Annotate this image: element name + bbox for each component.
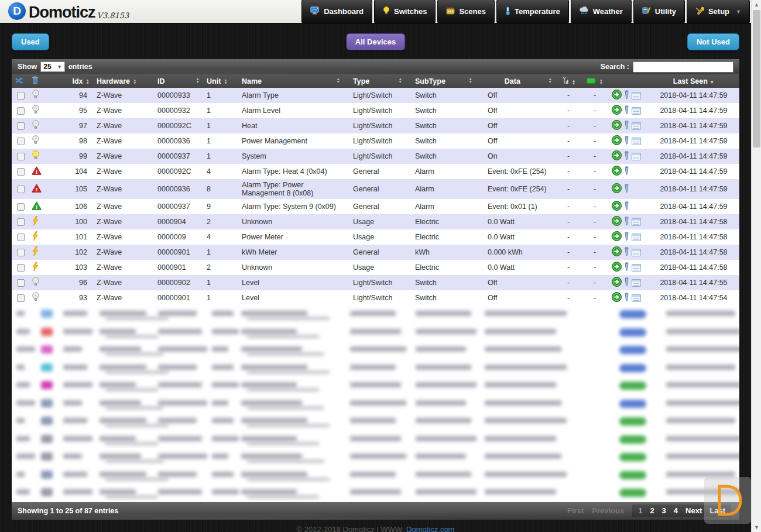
trash-icon[interactable] bbox=[28, 74, 49, 88]
cell-last-seen: 2018-04-11 14:47:58 bbox=[648, 260, 739, 275]
row-checkbox[interactable] bbox=[17, 279, 25, 287]
pagination-first[interactable]: First bbox=[567, 506, 584, 515]
column-header-unit[interactable]: Unit▲▼ bbox=[203, 74, 232, 88]
edit-icon[interactable] bbox=[623, 262, 630, 273]
table-row: 95Z-Wave000009321Alarm LevelLight/Switch… bbox=[12, 103, 739, 118]
forward-icon[interactable] bbox=[612, 120, 622, 132]
column-header-idx[interactable]: Idx▲▼ bbox=[49, 74, 93, 88]
forward-icon[interactable] bbox=[612, 135, 622, 147]
forward-icon[interactable] bbox=[612, 105, 622, 116]
edit-icon[interactable] bbox=[623, 247, 630, 258]
log-icon[interactable] bbox=[632, 279, 641, 287]
row-checkbox[interactable] bbox=[17, 107, 25, 115]
cell-name: Level bbox=[232, 275, 344, 290]
log-icon[interactable] bbox=[632, 234, 641, 241]
edit-icon[interactable] bbox=[623, 201, 630, 212]
edit-icon[interactable] bbox=[623, 232, 630, 243]
row-checkbox[interactable] bbox=[17, 264, 25, 272]
nav-setup[interactable]: Setup▼ bbox=[687, 0, 750, 23]
forward-icon[interactable] bbox=[612, 292, 622, 304]
edit-icon[interactable] bbox=[623, 136, 630, 147]
column-header-subtype[interactable]: SubType▲▼ bbox=[406, 74, 476, 88]
scroll-up-arrow-icon[interactable]: ▲ bbox=[752, 0, 761, 9]
pagination-previous[interactable]: Previous bbox=[592, 506, 624, 515]
pagination-page-4[interactable]: 4 bbox=[674, 506, 678, 515]
row-checkbox[interactable] bbox=[17, 92, 25, 99]
log-icon[interactable] bbox=[632, 107, 641, 115]
edit-icon[interactable] bbox=[623, 277, 630, 289]
column-header-last-seen[interactable]: Last Seen ▼ bbox=[648, 74, 739, 88]
row-checkbox[interactable] bbox=[17, 168, 25, 176]
column-header-battery[interactable]: ▲▼ bbox=[581, 74, 608, 88]
row-select-cell bbox=[12, 199, 28, 214]
cell-actions bbox=[608, 260, 648, 275]
domoticz-site-link[interactable]: Domoticz.com bbox=[406, 525, 454, 532]
edit-icon[interactable] bbox=[623, 151, 630, 162]
swap-icon[interactable] bbox=[12, 74, 28, 88]
column-header-name[interactable]: Name▲▼ bbox=[232, 74, 344, 88]
cell-battery: - bbox=[581, 118, 608, 133]
cell-subtype: Alarm bbox=[406, 179, 476, 199]
edit-icon[interactable] bbox=[623, 121, 630, 132]
row-checkbox[interactable] bbox=[17, 218, 25, 226]
scrollbar-thumb[interactable] bbox=[753, 10, 760, 147]
row-checkbox[interactable] bbox=[17, 203, 25, 211]
forward-icon[interactable] bbox=[612, 277, 622, 289]
edit-icon[interactable] bbox=[623, 293, 630, 304]
forward-icon[interactable] bbox=[612, 231, 622, 243]
nav-utility[interactable]: Utility bbox=[633, 0, 685, 23]
edit-icon[interactable] bbox=[623, 166, 630, 177]
forward-icon[interactable] bbox=[612, 90, 622, 101]
cell-unit: 2 bbox=[203, 214, 232, 229]
log-icon[interactable] bbox=[632, 122, 641, 130]
browser-scrollbar[interactable]: ▲ ▼ bbox=[751, 0, 761, 532]
log-icon[interactable] bbox=[632, 138, 641, 145]
forward-icon[interactable] bbox=[612, 166, 622, 177]
nav-weather[interactable]: Weather bbox=[571, 0, 632, 23]
forward-icon[interactable] bbox=[612, 262, 622, 273]
row-checkbox[interactable] bbox=[17, 294, 25, 302]
all-devices-filter-button[interactable]: All Devices bbox=[346, 33, 405, 50]
row-checkbox[interactable] bbox=[17, 122, 25, 130]
log-icon[interactable] bbox=[632, 264, 641, 272]
forward-icon[interactable] bbox=[612, 201, 622, 212]
pagination-page-2[interactable]: 2 bbox=[650, 506, 654, 515]
pagination-next[interactable]: Next bbox=[685, 506, 702, 515]
scroll-down-arrow-icon[interactable]: ▼ bbox=[752, 523, 761, 532]
nav-switches[interactable]: Switches bbox=[374, 0, 436, 23]
edit-icon[interactable] bbox=[623, 217, 630, 228]
forward-icon[interactable] bbox=[612, 216, 622, 228]
forward-icon[interactable] bbox=[612, 150, 622, 162]
edit-icon[interactable] bbox=[623, 184, 630, 195]
forward-icon[interactable] bbox=[612, 183, 622, 195]
log-icon[interactable] bbox=[632, 92, 641, 99]
page-size-select[interactable]: 25 ▼ bbox=[40, 61, 64, 72]
log-icon[interactable] bbox=[632, 218, 641, 226]
log-icon[interactable] bbox=[632, 153, 641, 160]
nav-temperature[interactable]: Temperature bbox=[496, 0, 569, 23]
column-header-id[interactable]: ID▲▼ bbox=[154, 74, 203, 88]
pagination-page-1[interactable]: 1 bbox=[638, 506, 642, 515]
column-header-hardware[interactable]: Hardware▲▼ bbox=[93, 74, 154, 88]
row-checkbox[interactable] bbox=[17, 186, 25, 193]
used-filter-button[interactable]: Used bbox=[12, 33, 49, 50]
app-logo[interactable]: D Domoticz V3.8153 bbox=[8, 2, 129, 21]
search-input[interactable] bbox=[633, 61, 733, 73]
column-header-data[interactable]: Data▲▼ bbox=[476, 74, 556, 88]
nav-dashboard[interactable]: Dashboard bbox=[301, 0, 372, 23]
row-checkbox[interactable] bbox=[17, 249, 25, 256]
not-used-filter-button[interactable]: Not Used bbox=[687, 33, 739, 50]
forward-icon[interactable] bbox=[612, 246, 622, 258]
log-icon[interactable] bbox=[632, 294, 641, 302]
pagination-page-3[interactable]: 3 bbox=[662, 506, 666, 515]
log-icon[interactable] bbox=[632, 249, 641, 256]
row-checkbox[interactable] bbox=[17, 234, 25, 241]
row-checkbox[interactable] bbox=[17, 138, 25, 145]
column-header-type[interactable]: Type▲▼ bbox=[344, 74, 406, 88]
edit-icon[interactable] bbox=[623, 90, 630, 101]
edit-icon[interactable] bbox=[623, 105, 630, 116]
column-header-signal[interactable]: ▲▼ bbox=[556, 74, 581, 88]
nav-scenes[interactable]: Scenes bbox=[437, 0, 495, 23]
row-checkbox[interactable] bbox=[17, 153, 25, 160]
cell-signal: - bbox=[556, 88, 581, 103]
